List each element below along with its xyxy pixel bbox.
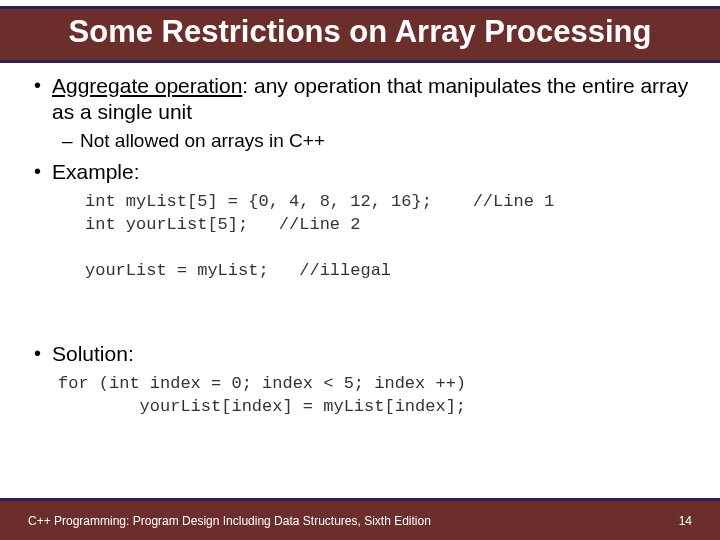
bullet-example: Example:: [30, 159, 690, 185]
footer-band: C++ Programming: Program Design Includin…: [0, 498, 720, 540]
footer-citation: C++ Programming: Program Design Includin…: [28, 514, 431, 528]
bullet-aggregate: Aggregate operation: any operation that …: [30, 73, 690, 153]
aggregate-term: Aggregate operation: [52, 74, 242, 97]
code-solution: for (int index = 0; index < 5; index ++)…: [58, 373, 690, 419]
title-band: Some Restrictions on Array Processing: [0, 6, 720, 63]
bullet-list-2: Solution:: [30, 341, 690, 367]
bullet-list: Aggregate operation: any operation that …: [30, 73, 690, 186]
bullet-solution: Solution:: [30, 341, 690, 367]
sub-bullet-list: Not allowed on arrays in C++: [52, 129, 690, 153]
sub-bullet-not-allowed: Not allowed on arrays in C++: [52, 129, 690, 153]
slide-number: 14: [679, 514, 692, 528]
slide-content: Aggregate operation: any operation that …: [0, 63, 720, 419]
slide-title: Some Restrictions on Array Processing: [20, 15, 700, 50]
code-example: int myList[5] = {0, 4, 8, 12, 16}; //Lin…: [85, 191, 690, 283]
